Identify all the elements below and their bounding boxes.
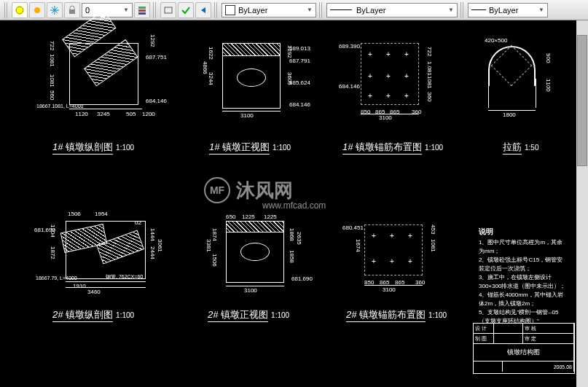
dim: 3100 bbox=[383, 286, 396, 293]
elev: 684.146 bbox=[146, 98, 167, 104]
anchor-label: 18667.1081, L=4000 bbox=[36, 103, 83, 109]
stirrup-leg bbox=[488, 79, 489, 108]
anchor-label: 18667.79, L=4000 bbox=[36, 275, 77, 281]
tb-value bbox=[494, 324, 523, 333]
lock-icon[interactable] bbox=[64, 2, 80, 18]
title-1-front: 1# 镇墩正视图1:100 bbox=[209, 141, 291, 154]
dim: 3244 bbox=[208, 72, 214, 85]
anchor-point: + bbox=[372, 257, 376, 265]
notes-header: 说明 bbox=[479, 226, 566, 237]
separator bbox=[153, 2, 157, 18]
sun-icon[interactable] bbox=[29, 2, 45, 18]
pipe-opening bbox=[237, 69, 266, 87]
lineweight-dropdown[interactable]: ByLayer ▼ bbox=[468, 3, 548, 17]
dim-line bbox=[66, 281, 146, 282]
dim: 453 bbox=[430, 224, 436, 234]
grip bbox=[4, 2, 9, 18]
dim-line bbox=[361, 114, 419, 114]
anchor-point: + bbox=[386, 92, 391, 100]
title-2-front: 2# 镇墩正视图1:100 bbox=[208, 308, 289, 321]
linetype-preview bbox=[330, 9, 352, 10]
tb-label: 制 图 bbox=[474, 334, 494, 343]
elev: 681.690 bbox=[34, 227, 55, 233]
pipe-opening bbox=[240, 243, 270, 261]
anchor-point: + bbox=[390, 232, 394, 240]
color-dropdown[interactable]: ByLayer ▼ bbox=[222, 3, 316, 17]
svg-rect-5 bbox=[138, 12, 146, 15]
dim: 650 bbox=[226, 214, 235, 220]
elev: 689.013 bbox=[289, 45, 310, 52]
make-current-icon[interactable] bbox=[178, 2, 194, 18]
drawing-stirrup: 1800 1100 900 420×500 bbox=[474, 35, 561, 119]
anchor-point: + bbox=[368, 50, 372, 58]
hatch-top bbox=[222, 43, 281, 56]
dim: 900 bbox=[545, 53, 552, 63]
dim: 722 bbox=[426, 47, 433, 56]
dim: 1910 bbox=[73, 283, 86, 289]
lineweight-value: ByLayer bbox=[489, 6, 518, 15]
vertical-scrollbar[interactable] bbox=[576, 20, 588, 387]
layer-previous-icon[interactable] bbox=[195, 2, 211, 18]
dim: 1081 bbox=[49, 74, 55, 87]
layer-states-icon[interactable] bbox=[160, 2, 176, 18]
dim-line bbox=[226, 286, 284, 286]
elev: 689.390 bbox=[339, 43, 360, 50]
dim: 360 bbox=[426, 92, 433, 101]
watermark: MF 沐风网 www.mfcad.com bbox=[204, 177, 293, 203]
tb-label: 审 定 bbox=[523, 334, 574, 343]
pipe-label: 钢管, 762CX=60 bbox=[106, 273, 143, 281]
svg-point-0 bbox=[16, 7, 23, 14]
drawing-2-front-view: 650 1225 1225 3100 1874 1506 1868 1858 2… bbox=[204, 210, 313, 294]
drawing-1-front-view: 3100 1622 3244 4866 1292 3605 689.013 68… bbox=[200, 32, 310, 120]
anchor-point: + bbox=[386, 50, 391, 58]
svg-rect-6 bbox=[165, 7, 172, 13]
anchor-point: + bbox=[404, 92, 409, 100]
elev: 681.690 bbox=[291, 275, 313, 282]
dim: 1081 bbox=[430, 239, 436, 252]
dim: 1622 bbox=[208, 47, 214, 60]
dim: 1225 bbox=[264, 214, 277, 220]
note-item: 1、图中尺寸单位高程为m，其余为mm； bbox=[479, 238, 566, 256]
dim: 505 bbox=[126, 111, 136, 117]
chevron-down-icon: ▼ bbox=[538, 7, 544, 13]
dim: 3245 bbox=[97, 111, 110, 117]
model-space-canvas[interactable]: 1120 3245 505 1200 1081 1081 722 560 129… bbox=[0, 20, 588, 387]
elev: 680.451 bbox=[342, 224, 364, 231]
layer-manager-icon[interactable] bbox=[134, 2, 150, 18]
anchor-point: + bbox=[368, 92, 372, 100]
drawing-title: 镇墩结构图 bbox=[474, 344, 574, 361]
anchor-point: + bbox=[408, 232, 412, 240]
dim: 1120 bbox=[75, 111, 88, 117]
drawing-2-anchor-layout: + + + + + + 850 865 865 360 3100 1674 10… bbox=[346, 214, 452, 294]
note-item: 2、镇墩砼强土标号C15，钢管安装定位后一次浇筑； bbox=[479, 256, 566, 273]
tb-value bbox=[474, 361, 503, 372]
svg-rect-2 bbox=[69, 9, 75, 14]
dim: 3381 bbox=[205, 239, 212, 252]
elev: 685.624 bbox=[289, 79, 310, 86]
dim: 1506 bbox=[68, 211, 81, 217]
drawing-1-anchor-layout: + + + + + + + + + 850 865 865 360 3100 7… bbox=[342, 32, 448, 120]
dim: 3100 bbox=[240, 112, 254, 119]
note-item: 3、施工中，在镇墩左侧设计300×300排水道（图中未示出）； bbox=[479, 273, 566, 291]
tb-label: 审 核 bbox=[523, 324, 574, 333]
dim: 722 bbox=[49, 41, 55, 50]
title-2-anchor: 2# 镇墩锚筋布置图1:100 bbox=[346, 308, 447, 321]
freeze-icon[interactable] bbox=[47, 2, 63, 18]
top-toolbar: 0 ▼ ByLayer ▼ ByLayer ▼ ByLayer ▼ bbox=[0, 0, 588, 20]
layer-tool-icon[interactable] bbox=[12, 2, 28, 18]
dim-line bbox=[66, 287, 146, 288]
title-1-section: 1# 镇墩纵剖图1:100 bbox=[52, 141, 134, 154]
elev: 684.146 bbox=[339, 83, 360, 90]
scroll-thumb[interactable] bbox=[577, 35, 587, 166]
dim-line bbox=[69, 109, 142, 109]
title-2-section: 2# 镇墩纵剖图1:100 bbox=[52, 308, 134, 321]
linetype-dropdown[interactable]: ByLayer ▼ bbox=[326, 3, 458, 17]
dim: 1.081 bbox=[426, 61, 433, 76]
hatch-top bbox=[226, 221, 284, 232]
title-1-anchor: 1# 镇墩锚筋布置图1:100 bbox=[342, 141, 443, 154]
color-swatch bbox=[225, 5, 235, 15]
anchor-point: + bbox=[404, 72, 409, 80]
dim: 1200 bbox=[142, 111, 155, 117]
tb-value bbox=[494, 334, 523, 343]
anchor-point: + bbox=[390, 257, 394, 265]
